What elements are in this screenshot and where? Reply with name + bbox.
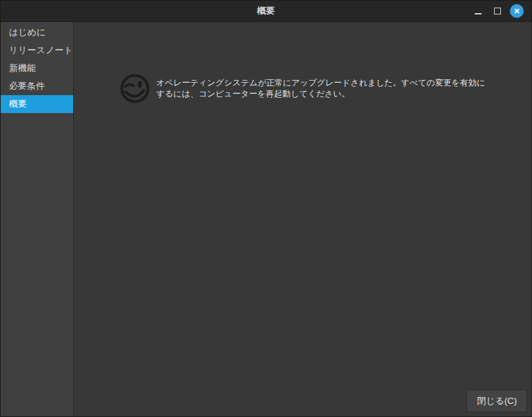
minimize-button[interactable] xyxy=(469,1,488,21)
sidebar-item-new-features[interactable]: 新機能 xyxy=(1,59,73,77)
sidebar: はじめに リリースノート 新機能 必要条件 概要 xyxy=(1,22,74,416)
maximize-button[interactable] xyxy=(488,1,507,21)
close-window-button[interactable]: ✕ xyxy=(507,1,526,21)
titlebar: 概要 ✕ xyxy=(1,1,531,22)
window-title: 概要 xyxy=(1,5,531,17)
sidebar-item-release-notes[interactable]: リリースノート xyxy=(1,41,73,59)
close-button[interactable]: 閉じる(C) xyxy=(466,389,527,412)
face-wink-icon xyxy=(120,74,150,104)
minimize-icon xyxy=(475,13,482,14)
window-controls: ✕ xyxy=(469,1,531,21)
upgrade-success-message: オペレーティングシステムが正常にアップグレードされました。すべての変更を有効に … xyxy=(157,77,485,99)
close-icon: ✕ xyxy=(510,4,524,18)
main-content: オペレーティングシステムが正常にアップグレードされました。すべての変更を有効に … xyxy=(74,22,531,416)
app-window: 概要 ✕ はじめに リリースノート 新機能 必要条件 概要 xyxy=(0,0,532,417)
sidebar-item-summary[interactable]: 概要 xyxy=(1,95,73,113)
window-body: はじめに リリースノート 新機能 必要条件 概要 オペレーティングシステムが正常… xyxy=(1,22,531,416)
summary-row: オペレーティングシステムが正常にアップグレードされました。すべての変更を有効に … xyxy=(74,74,531,104)
sidebar-item-introduction[interactable]: はじめに xyxy=(1,23,73,41)
sidebar-item-requirements[interactable]: 必要条件 xyxy=(1,77,73,95)
maximize-icon xyxy=(494,8,501,14)
